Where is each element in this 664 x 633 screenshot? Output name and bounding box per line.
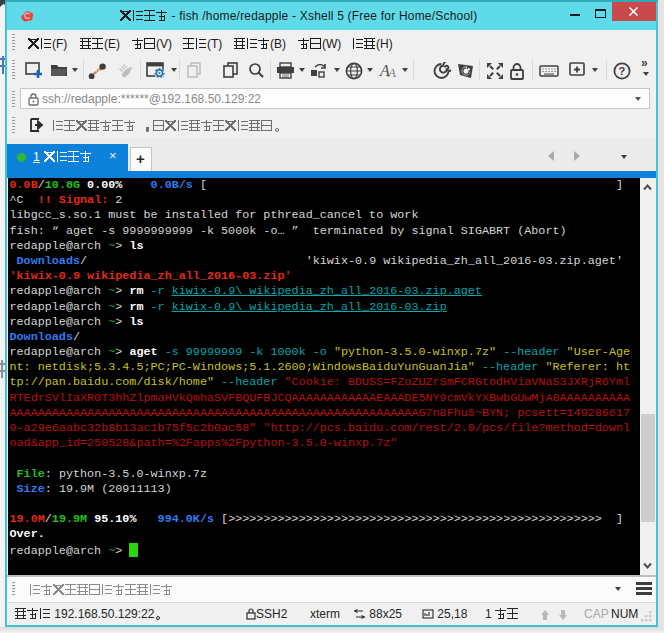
svg-text:?: ? <box>619 65 626 77</box>
svg-text:A: A <box>387 65 396 80</box>
